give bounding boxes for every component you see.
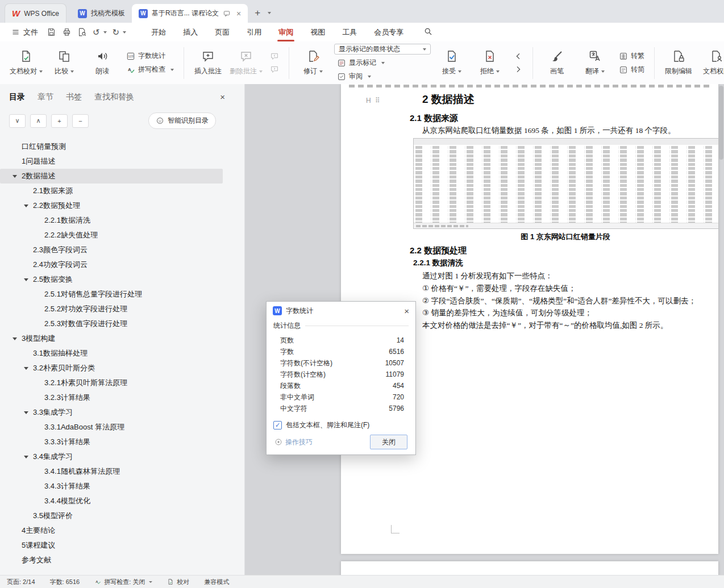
to-traditional-button[interactable]: 转繁 [616,51,647,61]
dialog-close-icon[interactable]: × [404,307,409,315]
toc-item[interactable]: 2.2数据预处理 [0,198,223,213]
heading-tools[interactable]: H ⠿ [366,97,380,105]
redo-dropdown-icon[interactable] [123,31,126,34]
ink-brush-button[interactable]: 画笔 [540,45,574,81]
save-button[interactable] [44,26,59,39]
sidebar-tab[interactable]: 查找和替换 [94,92,134,102]
review-pane-button[interactable]: 审阅 [334,71,431,82]
accept-change-button[interactable]: 接受 [435,45,469,81]
translate-button[interactable]: 翻译 [578,45,612,81]
close-tab-icon[interactable]: × [236,10,241,18]
toc-item[interactable]: 3.2.1朴素贝叶斯算法原理 [0,376,223,390]
next-change-button[interactable] [511,64,526,74]
include-footnotes-option[interactable]: ✓ 包括文本框、脚注和尾注(F) [273,420,409,430]
dialog-close-button[interactable]: 关闭 [370,435,407,449]
menu-item[interactable]: 审阅 [270,23,302,41]
toc-expand-arrow-icon[interactable] [24,411,33,414]
spellcheck-toggle[interactable]: 拼写检查: 关闭 [94,578,152,586]
file-menu-button[interactable]: 文件 [6,27,44,37]
sidebar-tab[interactable]: 章节 [38,92,53,102]
compare-button[interactable]: 比较 [47,45,81,81]
next-comment-button[interactable] [267,64,282,74]
drag-handle-icon[interactable]: ⠿ [375,97,380,105]
collapse-all-button[interactable]: ∨ [9,114,26,128]
doc-tab-active[interactable]: W 基于R语言... 课程论文 × [132,4,248,23]
toc-item[interactable]: 2.1数据来源 [0,184,223,198]
sidebar-close-icon[interactable]: × [220,92,225,102]
read-aloud-button[interactable]: 朗读 [85,45,119,81]
toc-item[interactable]: 2.2.2缺失值处理 [0,228,223,243]
toc-item[interactable]: 2.2.1数据清洗 [0,213,223,228]
toc-item[interactable]: 2.5.1对销售总量字段进行处理 [0,287,223,302]
sidebar-tab[interactable]: 目录 [9,92,25,102]
menu-item[interactable]: 插入 [174,23,206,41]
compatibility-mode-indicator[interactable]: 兼容模式 [204,578,229,586]
reject-change-button[interactable]: 拒绝 [473,45,507,81]
undo-button[interactable]: ↺ [90,27,110,37]
page-indicator[interactable]: 页面: 2/14 [7,578,35,586]
new-tab-button[interactable]: + [255,8,260,18]
doc-permission-button[interactable]: 文档权限 [700,45,724,81]
redo-button[interactable]: ↻ [110,27,130,37]
markup-state-select[interactable]: 显示标记的最终状态 [334,44,431,55]
toc-item[interactable]: 3.4集成学习 [0,449,223,464]
doc-chat-icon[interactable] [223,10,231,18]
toc-item[interactable]: 2.3颜色字段词云 [0,243,223,257]
expand-all-button[interactable]: ∧ [30,114,47,128]
track-changes-button[interactable]: 修订 [296,45,330,81]
print-button[interactable] [59,26,74,39]
toc-item[interactable]: 2.5.2对功效字段进行处理 [0,302,223,316]
show-markup-button[interactable]: 显示标记 [334,57,431,68]
insert-comment-button[interactable]: 插入批注 [191,45,225,81]
toc-expand-arrow-icon[interactable] [24,456,33,458]
toc-item[interactable]: 3.3集成学习 [0,405,223,420]
toc-item[interactable]: 2.4功效字段词云 [0,257,223,272]
toc-item[interactable]: 3.4.1随机森林算法原理 [0,464,223,479]
menu-item[interactable]: 引用 [238,23,270,41]
doc-tab-template[interactable]: W 找稿壳模板 [71,4,132,23]
word-count-indicator[interactable]: 字数: 6516 [50,578,80,586]
menu-item[interactable]: 会员专享 [365,23,412,41]
toc-item[interactable]: 3.2朴素贝叶斯分类 [0,361,223,376]
toc-item[interactable]: 2.5数据变换 [0,272,223,287]
toc-item[interactable]: 2数据描述 [0,169,223,184]
toc-expand-arrow-icon[interactable] [13,337,22,340]
proofread-indicator[interactable]: 校对 [167,578,189,586]
toc-item[interactable]: 3.5模型评价 [0,508,223,523]
toc-item[interactable]: 1问题描述 [0,154,223,169]
dialog-title-bar[interactable]: W 字数统计 × [267,302,415,320]
menu-item[interactable]: 开始 [143,23,174,41]
search-button[interactable] [423,27,432,38]
previous-comment-button[interactable] [267,51,282,61]
toc-item[interactable]: 3.1数据抽样处理 [0,346,223,361]
toc-item[interactable]: 3.3.3计算结果 [0,435,223,449]
toc-expand-arrow-icon[interactable] [24,278,33,281]
smart-toc-button[interactable]: 智能识别目录 [148,112,216,129]
sidebar-tab[interactable]: 书签 [66,92,82,102]
toc-item[interactable]: 3模型构建 [0,331,223,346]
to-simplified-button[interactable]: 转简 [616,64,647,75]
zoom-in-outline-button[interactable]: + [51,114,68,128]
toc-item[interactable]: 4主要结论 [0,523,223,538]
toc-item[interactable]: 参考文献 [0,553,223,568]
toc-item[interactable]: 3.4.4模型优化 [0,494,223,508]
toc-item[interactable]: 3.4.3计算结果 [0,479,223,494]
restrict-editing-button[interactable]: 限制编辑 [661,45,696,81]
toc-item[interactable]: 5课程建议 [0,538,223,553]
wps-home-tab[interactable]: W WPS Office [5,3,66,23]
zoom-out-outline-button[interactable]: − [72,114,89,128]
toc-item[interactable]: 3.3.1AdaBoost 算法原理 [0,420,223,435]
word-count-button[interactable]: 字数统计 [123,51,177,61]
tab-list-dropdown-icon[interactable] [268,12,271,14]
toc-item[interactable]: 2.5.3对数值字段进行处理 [0,316,223,331]
vertical-scrollbar[interactable] [719,86,723,160]
spell-check-button[interactable]: 拼写检查 [123,64,177,75]
toc-expand-arrow-icon[interactable] [24,367,33,370]
previous-change-button[interactable] [511,51,526,61]
delete-comment-button[interactable]: 删除批注 [229,45,263,81]
toc-item[interactable]: 口红销量预测 [0,139,223,154]
word-count-dialog[interactable]: W 字数统计 × 统计信息 页数 14 字数 6516 字符数(不计空格) 10… [266,301,416,455]
menu-item[interactable]: 视图 [302,23,334,41]
figure-1-table-image[interactable] [413,138,719,229]
menu-item[interactable]: 工具 [334,23,365,41]
